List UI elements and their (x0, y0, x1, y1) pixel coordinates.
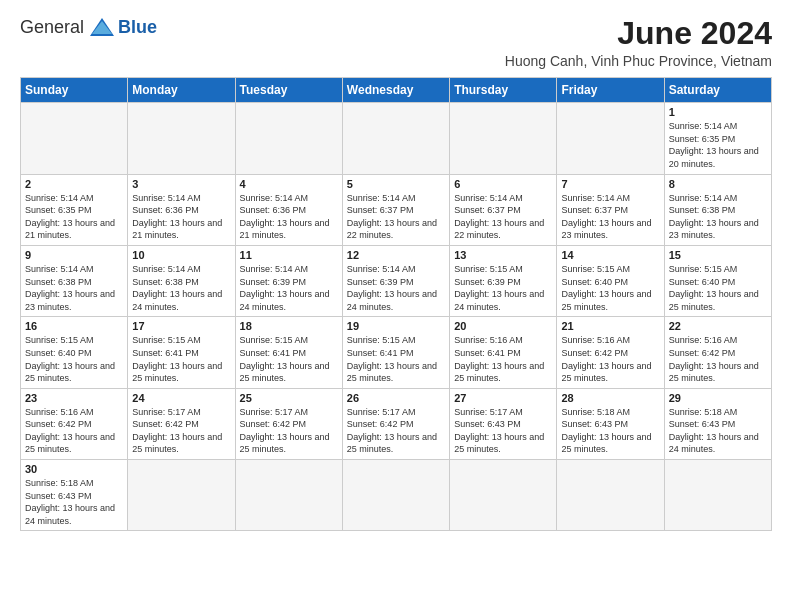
calendar-cell: 19Sunrise: 5:15 AM Sunset: 6:41 PM Dayli… (342, 317, 449, 388)
cell-sun-info: Sunrise: 5:18 AM Sunset: 6:43 PM Dayligh… (669, 406, 767, 456)
cell-sun-info: Sunrise: 5:16 AM Sunset: 6:41 PM Dayligh… (454, 334, 552, 384)
calendar-cell: 13Sunrise: 5:15 AM Sunset: 6:39 PM Dayli… (450, 245, 557, 316)
cell-sun-info: Sunrise: 5:14 AM Sunset: 6:38 PM Dayligh… (25, 263, 123, 313)
calendar-cell: 23Sunrise: 5:16 AM Sunset: 6:42 PM Dayli… (21, 388, 128, 459)
day-number: 20 (454, 320, 552, 332)
calendar-cell: 1Sunrise: 5:14 AM Sunset: 6:35 PM Daylig… (664, 103, 771, 174)
day-number: 15 (669, 249, 767, 261)
day-number: 7 (561, 178, 659, 190)
calendar-cell: 17Sunrise: 5:15 AM Sunset: 6:41 PM Dayli… (128, 317, 235, 388)
calendar-cell: 28Sunrise: 5:18 AM Sunset: 6:43 PM Dayli… (557, 388, 664, 459)
calendar-cell (664, 460, 771, 531)
cell-sun-info: Sunrise: 5:15 AM Sunset: 6:39 PM Dayligh… (454, 263, 552, 313)
day-number: 23 (25, 392, 123, 404)
day-number: 12 (347, 249, 445, 261)
cell-sun-info: Sunrise: 5:16 AM Sunset: 6:42 PM Dayligh… (25, 406, 123, 456)
day-number: 11 (240, 249, 338, 261)
day-number: 25 (240, 392, 338, 404)
cell-sun-info: Sunrise: 5:15 AM Sunset: 6:40 PM Dayligh… (25, 334, 123, 384)
calendar-cell (557, 460, 664, 531)
calendar-cell: 4Sunrise: 5:14 AM Sunset: 6:36 PM Daylig… (235, 174, 342, 245)
cell-sun-info: Sunrise: 5:14 AM Sunset: 6:36 PM Dayligh… (240, 192, 338, 242)
calendar-cell (128, 460, 235, 531)
column-header-friday: Friday (557, 78, 664, 103)
cell-sun-info: Sunrise: 5:17 AM Sunset: 6:43 PM Dayligh… (454, 406, 552, 456)
day-number: 10 (132, 249, 230, 261)
svg-marker-1 (92, 21, 112, 34)
calendar-cell: 18Sunrise: 5:15 AM Sunset: 6:41 PM Dayli… (235, 317, 342, 388)
calendar-cell: 14Sunrise: 5:15 AM Sunset: 6:40 PM Dayli… (557, 245, 664, 316)
day-number: 16 (25, 320, 123, 332)
calendar-cell: 30Sunrise: 5:18 AM Sunset: 6:43 PM Dayli… (21, 460, 128, 531)
day-number: 22 (669, 320, 767, 332)
day-number: 6 (454, 178, 552, 190)
calendar-cell: 10Sunrise: 5:14 AM Sunset: 6:38 PM Dayli… (128, 245, 235, 316)
calendar-cell: 24Sunrise: 5:17 AM Sunset: 6:42 PM Dayli… (128, 388, 235, 459)
cell-sun-info: Sunrise: 5:15 AM Sunset: 6:40 PM Dayligh… (561, 263, 659, 313)
day-number: 21 (561, 320, 659, 332)
calendar-cell: 2Sunrise: 5:14 AM Sunset: 6:35 PM Daylig… (21, 174, 128, 245)
column-header-tuesday: Tuesday (235, 78, 342, 103)
calendar-cell (21, 103, 128, 174)
day-number: 26 (347, 392, 445, 404)
calendar-cell (128, 103, 235, 174)
day-number: 4 (240, 178, 338, 190)
title-area: June 2024 Huong Canh, Vinh Phuc Province… (505, 16, 772, 69)
cell-sun-info: Sunrise: 5:15 AM Sunset: 6:41 PM Dayligh… (347, 334, 445, 384)
location: Huong Canh, Vinh Phuc Province, Vietnam (505, 53, 772, 69)
day-number: 29 (669, 392, 767, 404)
cell-sun-info: Sunrise: 5:15 AM Sunset: 6:40 PM Dayligh… (669, 263, 767, 313)
calendar-cell: 15Sunrise: 5:15 AM Sunset: 6:40 PM Dayli… (664, 245, 771, 316)
week-row-2: 2Sunrise: 5:14 AM Sunset: 6:35 PM Daylig… (21, 174, 772, 245)
calendar-cell: 3Sunrise: 5:14 AM Sunset: 6:36 PM Daylig… (128, 174, 235, 245)
cell-sun-info: Sunrise: 5:14 AM Sunset: 6:38 PM Dayligh… (132, 263, 230, 313)
column-header-wednesday: Wednesday (342, 78, 449, 103)
cell-sun-info: Sunrise: 5:14 AM Sunset: 6:38 PM Dayligh… (669, 192, 767, 242)
column-header-thursday: Thursday (450, 78, 557, 103)
column-header-saturday: Saturday (664, 78, 771, 103)
calendar-cell (235, 460, 342, 531)
calendar-cell (450, 103, 557, 174)
logo-area: General Blue (20, 16, 157, 38)
day-number: 30 (25, 463, 123, 475)
calendar-table: SundayMondayTuesdayWednesdayThursdayFrid… (20, 77, 772, 531)
cell-sun-info: Sunrise: 5:17 AM Sunset: 6:42 PM Dayligh… (240, 406, 338, 456)
day-number: 5 (347, 178, 445, 190)
column-header-monday: Monday (128, 78, 235, 103)
cell-sun-info: Sunrise: 5:14 AM Sunset: 6:39 PM Dayligh… (240, 263, 338, 313)
day-number: 17 (132, 320, 230, 332)
cell-sun-info: Sunrise: 5:16 AM Sunset: 6:42 PM Dayligh… (561, 334, 659, 384)
cell-sun-info: Sunrise: 5:17 AM Sunset: 6:42 PM Dayligh… (347, 406, 445, 456)
calendar-cell (342, 460, 449, 531)
calendar-cell: 9Sunrise: 5:14 AM Sunset: 6:38 PM Daylig… (21, 245, 128, 316)
calendar-cell: 5Sunrise: 5:14 AM Sunset: 6:37 PM Daylig… (342, 174, 449, 245)
logo-blue-text: Blue (118, 17, 157, 38)
header: General Blue June 2024 Huong Canh, Vinh … (20, 16, 772, 69)
day-headers-row: SundayMondayTuesdayWednesdayThursdayFrid… (21, 78, 772, 103)
calendar-cell (557, 103, 664, 174)
calendar-cell: 29Sunrise: 5:18 AM Sunset: 6:43 PM Dayli… (664, 388, 771, 459)
calendar-cell: 20Sunrise: 5:16 AM Sunset: 6:41 PM Dayli… (450, 317, 557, 388)
logo-icon (88, 16, 116, 38)
day-number: 3 (132, 178, 230, 190)
cell-sun-info: Sunrise: 5:16 AM Sunset: 6:42 PM Dayligh… (669, 334, 767, 384)
calendar-cell: 25Sunrise: 5:17 AM Sunset: 6:42 PM Dayli… (235, 388, 342, 459)
calendar-cell: 22Sunrise: 5:16 AM Sunset: 6:42 PM Dayli… (664, 317, 771, 388)
calendar-cell: 11Sunrise: 5:14 AM Sunset: 6:39 PM Dayli… (235, 245, 342, 316)
day-number: 24 (132, 392, 230, 404)
cell-sun-info: Sunrise: 5:17 AM Sunset: 6:42 PM Dayligh… (132, 406, 230, 456)
calendar-cell: 7Sunrise: 5:14 AM Sunset: 6:37 PM Daylig… (557, 174, 664, 245)
day-number: 2 (25, 178, 123, 190)
calendar-cell: 26Sunrise: 5:17 AM Sunset: 6:42 PM Dayli… (342, 388, 449, 459)
week-row-3: 9Sunrise: 5:14 AM Sunset: 6:38 PM Daylig… (21, 245, 772, 316)
calendar-cell: 6Sunrise: 5:14 AM Sunset: 6:37 PM Daylig… (450, 174, 557, 245)
calendar-cell: 8Sunrise: 5:14 AM Sunset: 6:38 PM Daylig… (664, 174, 771, 245)
day-number: 19 (347, 320, 445, 332)
week-row-6: 30Sunrise: 5:18 AM Sunset: 6:43 PM Dayli… (21, 460, 772, 531)
cell-sun-info: Sunrise: 5:14 AM Sunset: 6:37 PM Dayligh… (454, 192, 552, 242)
day-number: 13 (454, 249, 552, 261)
week-row-4: 16Sunrise: 5:15 AM Sunset: 6:40 PM Dayli… (21, 317, 772, 388)
week-row-5: 23Sunrise: 5:16 AM Sunset: 6:42 PM Dayli… (21, 388, 772, 459)
cell-sun-info: Sunrise: 5:18 AM Sunset: 6:43 PM Dayligh… (561, 406, 659, 456)
cell-sun-info: Sunrise: 5:14 AM Sunset: 6:39 PM Dayligh… (347, 263, 445, 313)
